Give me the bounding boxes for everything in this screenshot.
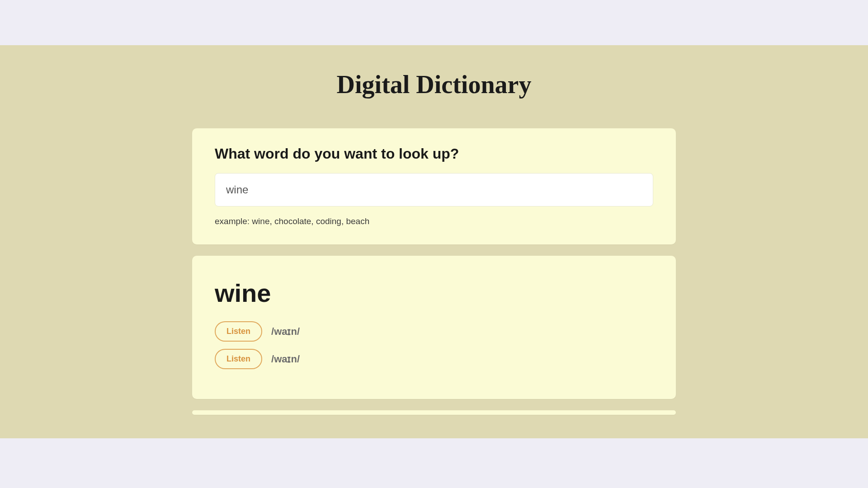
example-hint: example: wine, chocolate, coding, beach xyxy=(215,216,653,226)
phonetic-text: /waɪn/ xyxy=(271,353,300,365)
result-word: wine xyxy=(215,278,653,308)
page-title: Digital Dictionary xyxy=(0,70,868,99)
next-card-peek xyxy=(192,410,676,415)
listen-button[interactable]: Listen xyxy=(215,349,262,369)
pronunciation-row: Listen /waɪn/ xyxy=(215,321,653,342)
pronunciation-row: Listen /waɪn/ xyxy=(215,349,653,369)
search-input[interactable] xyxy=(215,173,653,206)
search-card: What word do you want to look up? exampl… xyxy=(192,128,676,244)
content-area: Digital Dictionary What word do you want… xyxy=(0,45,868,438)
listen-button[interactable]: Listen xyxy=(215,321,262,342)
search-prompt: What word do you want to look up? xyxy=(215,145,653,162)
result-card: wine Listen /waɪn/ Listen /waɪn/ xyxy=(192,256,676,399)
phonetic-text: /waɪn/ xyxy=(271,326,300,338)
